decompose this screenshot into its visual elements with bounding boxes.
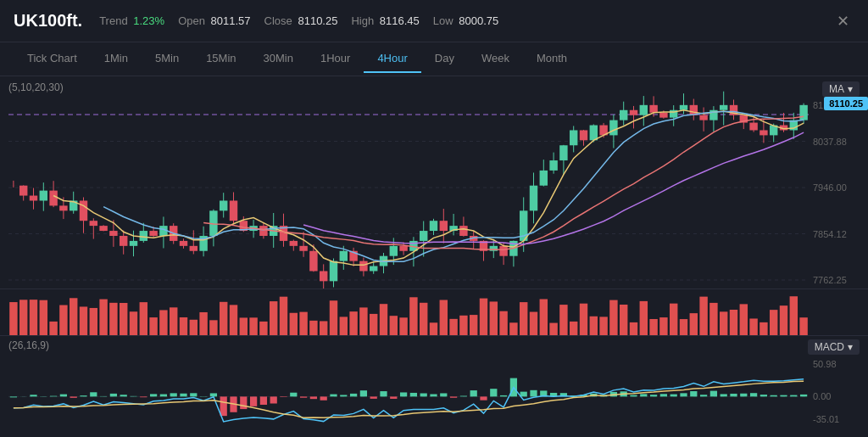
close-stat: Close 8110.25 bbox=[264, 14, 338, 27]
close-button[interactable]: ✕ bbox=[831, 9, 854, 33]
close-label: Close bbox=[264, 14, 292, 27]
close-value: 8110.25 bbox=[298, 14, 337, 27]
ma-dropdown-icon: ▾ bbox=[848, 83, 853, 95]
open-value: 8011.57 bbox=[211, 14, 251, 27]
macd-params-label: (26,16,9) bbox=[8, 339, 49, 351]
high-value: 8116.45 bbox=[380, 14, 420, 27]
trend-stat: Trend 1.23% bbox=[99, 14, 164, 27]
stats-bar: Trend 1.23% Open 8011.57 Close 8110.25 H… bbox=[99, 14, 814, 27]
tab-tick-chart[interactable]: Tick Chart bbox=[14, 45, 91, 73]
open-label: Open bbox=[178, 14, 205, 27]
volume-strip bbox=[0, 289, 868, 335]
logo: UK100ft. bbox=[14, 11, 82, 31]
header: UK100ft. Trend 1.23% Open 8011.57 Close … bbox=[0, 0, 868, 42]
tab-month[interactable]: Month bbox=[523, 45, 581, 73]
tab-15min[interactable]: 15Min bbox=[192, 45, 249, 73]
trend-label: Trend bbox=[99, 14, 127, 27]
tab-30min[interactable]: 30Min bbox=[250, 45, 307, 73]
high-stat: High 8116.45 bbox=[351, 14, 419, 27]
low-value: 8000.75 bbox=[459, 14, 498, 27]
tab-week[interactable]: Week bbox=[468, 45, 523, 73]
ma-indicator-badge[interactable]: MA ▾ bbox=[822, 81, 860, 97]
tab-bar: Tick Chart1Min5Min15Min30Min1Hour4HourDa… bbox=[0, 42, 868, 76]
tab-1min[interactable]: 1Min bbox=[91, 45, 142, 73]
volume-canvas bbox=[0, 289, 868, 336]
tab-5min[interactable]: 5Min bbox=[142, 45, 192, 73]
price-tag: 8110.25 bbox=[824, 97, 868, 110]
main-chart: (5,10,20,30) MA ▾ 8110.25 bbox=[0, 76, 868, 289]
tab-4hour[interactable]: 4Hour bbox=[364, 45, 420, 73]
high-label: High bbox=[351, 14, 374, 27]
low-label: Low bbox=[433, 14, 453, 27]
ma-label: MA bbox=[829, 83, 844, 95]
open-stat: Open 8011.57 bbox=[178, 14, 250, 27]
low-stat: Low 8000.75 bbox=[433, 14, 498, 27]
chart-area: (5,10,20,30) MA ▾ 8110.25 (26,16,9) MACD… bbox=[0, 76, 868, 437]
main-canvas bbox=[0, 76, 868, 289]
app: UK100ft. Trend 1.23% Open 8011.57 Close … bbox=[0, 0, 868, 437]
ma-params-label: (5,10,20,30) bbox=[8, 81, 64, 93]
macd-section: (26,16,9) MACD ▾ bbox=[0, 335, 868, 437]
macd-label: MACD bbox=[815, 341, 844, 353]
macd-indicator-badge[interactable]: MACD ▾ bbox=[808, 339, 860, 355]
tab-day[interactable]: Day bbox=[421, 45, 468, 73]
trend-value: 1.23% bbox=[133, 14, 164, 27]
macd-dropdown-icon: ▾ bbox=[848, 341, 853, 353]
tab-1hour[interactable]: 1Hour bbox=[307, 45, 364, 73]
macd-canvas bbox=[0, 336, 868, 437]
